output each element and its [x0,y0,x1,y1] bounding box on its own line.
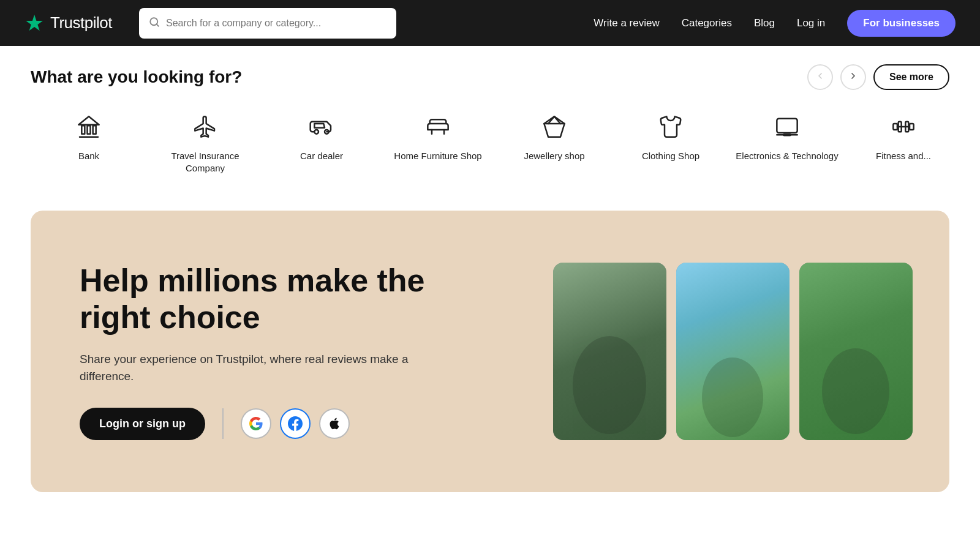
svg-point-24 [702,357,763,437]
search-icon [149,17,160,30]
car-icon [309,114,334,143]
hero-img-3 [799,263,913,440]
category-item-car-dealer[interactable]: Car dealer [263,108,380,180]
bank-label: Bank [78,150,99,162]
divider [222,408,224,439]
nav-links: Write a review Categories Blog Log in Fo… [594,10,956,37]
category-navigation: See more [807,64,949,90]
categories-row: Bank Travel Insurance Company Car deale [31,108,949,180]
category-item-fitness[interactable]: Fitness and... [845,108,949,180]
car-dealer-label: Car dealer [300,150,343,162]
svg-rect-5 [93,125,96,133]
fitness-icon [891,114,916,143]
facebook-signin-button[interactable] [280,408,311,439]
category-item-jewellery[interactable]: Jewellery shop [496,108,612,180]
svg-marker-6 [78,116,99,124]
chevron-right-icon [848,71,858,84]
hero-img-2 [676,263,790,440]
search-input[interactable] [166,18,386,29]
category-item-clothing[interactable]: Clothing Shop [612,108,729,180]
category-title: What are you looking for? [31,67,242,87]
hero-actions: Login or sign up [80,408,459,440]
airplane-icon [193,114,217,143]
next-arrow-button[interactable] [840,64,866,90]
jewellery-label: Jewellery shop [524,150,584,162]
category-item-electronics[interactable]: Electronics & Technology [729,108,845,180]
logo[interactable]: ★ Trustpilot [24,12,112,34]
category-header: What are you looking for? See more [31,64,949,90]
electronics-label: Electronics & Technology [736,150,838,162]
bank-icon [77,114,101,143]
svg-rect-15 [777,119,797,133]
svg-rect-4 [88,125,91,133]
category-item-travel-insurance[interactable]: Travel Insurance Company [147,108,263,180]
apple-signin-button[interactable] [319,408,350,439]
google-signin-button[interactable] [241,408,271,439]
diamond-icon [542,114,567,143]
write-review-link[interactable]: Write a review [594,17,659,29]
login-signup-button[interactable]: Login or sign up [80,408,205,440]
category-item-home-furniture[interactable]: Home Furniture Shop [380,108,496,180]
hero-section: Help millions make the right choice Shar… [31,211,949,492]
search-bar[interactable] [139,8,396,39]
fitness-label: Fitness and... [876,150,931,162]
category-section: What are you looking for? See more [0,46,980,192]
travel-insurance-label: Travel Insurance Company [153,150,257,174]
hero-heading: Help millions make the right choice [80,263,459,336]
shirt-icon [658,114,683,143]
svg-point-23 [573,336,646,434]
for-businesses-button[interactable]: For businesses [847,10,956,37]
category-item-bank[interactable]: Bank [31,108,147,180]
hero-text: Help millions make the right choice Shar… [80,263,459,440]
see-more-button[interactable]: See more [873,64,949,90]
hero-subtext: Share your experience on Trustpilot, whe… [80,351,459,386]
hero-img-1 [553,263,666,440]
sofa-icon [426,114,450,143]
svg-point-25 [822,348,889,434]
login-link[interactable]: Log in [797,17,825,29]
categories-link[interactable]: Categories [682,17,732,29]
home-furniture-label: Home Furniture Shop [394,150,481,162]
prev-arrow-button[interactable] [807,64,833,90]
chevron-left-icon [815,71,825,84]
clothing-label: Clothing Shop [642,150,699,162]
svg-point-7 [314,130,318,134]
hero-images [553,263,913,440]
svg-rect-3 [81,125,85,133]
blog-link[interactable]: Blog [754,17,775,29]
navbar: ★ Trustpilot Write a review Categories B… [0,0,980,46]
svg-marker-11 [544,116,564,137]
svg-line-1 [156,24,158,26]
logo-text: Trustpilot [50,13,112,32]
laptop-icon [775,114,799,143]
logo-star-icon: ★ [24,12,44,34]
social-icons [241,408,350,439]
